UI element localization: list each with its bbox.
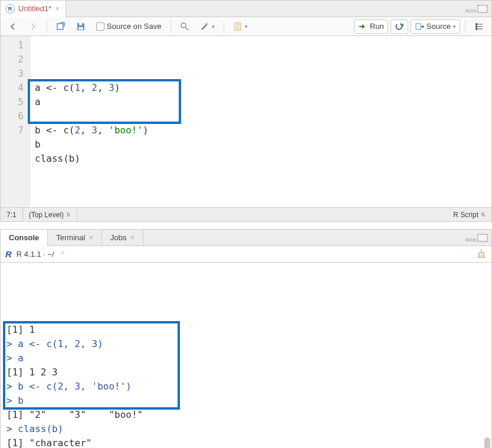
minimize-icon[interactable] <box>465 234 476 241</box>
maximize-icon[interactable] <box>477 234 488 242</box>
tab-jobs[interactable]: Jobs× <box>102 230 143 246</box>
tab-label: Jobs <box>110 233 126 242</box>
line-number: 2 <box>4 53 24 67</box>
editor-tab[interactable]: R Untitled1* × <box>1 1 66 17</box>
console-tabbar: ConsoleTerminal×Jobs× <box>1 230 491 246</box>
code-line[interactable]: b <- c(2, 3, 'boo!') <box>35 123 487 138</box>
close-icon[interactable]: × <box>88 233 93 242</box>
editor-statusbar: 7:1 (Top Level) ⇅ R Script ⇅ <box>1 207 491 221</box>
svg-rect-9 <box>478 234 487 241</box>
forward-button[interactable] <box>24 19 42 34</box>
line-number: 6 <box>4 109 24 123</box>
line-number: 4 <box>4 81 24 95</box>
console-output[interactable]: [1] 1> a <- c(1, 2, 3)> a[1] 1 2 3> b <-… <box>1 263 491 448</box>
code-line[interactable] <box>35 166 487 180</box>
scrollbar[interactable] <box>484 266 490 448</box>
console-line: [1] "character" <box>6 436 486 448</box>
run-button[interactable]: Run <box>354 19 388 34</box>
console-line: > b <box>6 394 486 408</box>
tab-label: Console <box>9 233 39 242</box>
save-button[interactable] <box>72 19 90 34</box>
run-icon <box>358 22 368 31</box>
console-line: > a <- c(1, 2, 3) <box>6 337 486 351</box>
console-header: R R 4.1.1 · ~/ <box>1 246 491 263</box>
tab-label: Terminal <box>56 233 85 242</box>
console-line: [1] "2" "3" "boo!" <box>6 408 486 422</box>
editor-toolbar: Source on Save ▾ ▾ Run Source ▾ <box>1 17 491 36</box>
window-controls <box>465 234 491 242</box>
console-line: [1] 1 2 3 <box>6 365 486 380</box>
svg-rect-2 <box>57 24 63 30</box>
code-line[interactable] <box>35 109 487 123</box>
source-on-save-label: Source on Save <box>107 22 162 31</box>
wand-button[interactable]: ▾ <box>196 19 219 34</box>
outline-button[interactable] <box>470 19 488 34</box>
svg-rect-8 <box>466 239 475 241</box>
maximize-icon[interactable] <box>477 5 488 13</box>
tab-console[interactable]: Console <box>1 230 48 246</box>
console-line: [1] 1 <box>6 323 486 337</box>
window-controls <box>465 5 491 13</box>
notebook-button[interactable]: ▾ <box>229 19 252 34</box>
editor-pane: R Untitled1* × Source on Save ▾ ▾ Run <box>0 0 492 222</box>
find-button[interactable] <box>176 19 193 34</box>
svg-point-5 <box>181 23 186 28</box>
run-label: Run <box>370 22 384 31</box>
svg-rect-4 <box>79 23 82 25</box>
console-line: > b <- c(2, 3, 'boo!') <box>6 380 486 394</box>
cursor-position: 7:1 <box>1 208 23 221</box>
source-button[interactable]: Source ▾ <box>411 19 460 34</box>
line-number: 7 <box>4 123 24 138</box>
rerun-icon <box>395 22 404 31</box>
svg-rect-7 <box>416 24 421 30</box>
show-in-window-button[interactable] <box>52 19 70 34</box>
close-icon[interactable]: × <box>130 233 135 242</box>
back-button[interactable] <box>4 19 22 34</box>
source-label: Source <box>427 22 451 31</box>
scrollbar-thumb[interactable] <box>484 437 490 448</box>
line-gutter: 1234567 <box>1 36 30 207</box>
code-line[interactable]: class(b) <box>35 152 487 166</box>
r-file-icon: R <box>5 4 15 14</box>
tab-title: Untitled1* <box>18 4 51 13</box>
r-version-label: R 4.1.1 · ~/ <box>17 250 54 259</box>
rerun-button[interactable] <box>391 19 408 34</box>
clear-console-button[interactable] <box>476 248 487 260</box>
r-logo-icon: R <box>5 249 12 259</box>
minimize-icon[interactable] <box>465 5 476 12</box>
console-pane: ConsoleTerminal×Jobs× R R 4.1.1 · ~/ [1]… <box>0 229 492 448</box>
console-line: > class(b) <box>6 422 486 436</box>
checkbox-icon[interactable] <box>96 22 104 31</box>
scope-selector[interactable]: (Top Level) ⇅ <box>23 208 77 221</box>
line-number: 1 <box>4 38 24 53</box>
console-line: > a <box>6 351 486 365</box>
svg-rect-1 <box>478 5 487 12</box>
code-line[interactable]: b <box>35 138 487 152</box>
close-icon[interactable]: × <box>55 4 60 13</box>
source-icon <box>415 22 424 31</box>
line-number: 3 <box>4 67 24 81</box>
code-editor[interactable]: 1234567 a <- c(1, 2, 3)a b <- c(2, 3, 'b… <box>1 36 491 207</box>
code-line[interactable]: a <box>35 95 487 109</box>
svg-rect-0 <box>466 10 475 12</box>
popout-icon[interactable] <box>59 250 67 259</box>
editor-tabbar: R Untitled1* × <box>1 1 491 17</box>
code-area[interactable]: a <- c(1, 2, 3)a b <- c(2, 3, 'boo!')bcl… <box>30 36 491 207</box>
tab-terminal[interactable]: Terminal× <box>48 230 102 246</box>
source-on-save-toggle[interactable]: Source on Save <box>92 19 166 34</box>
line-number: 5 <box>4 95 24 109</box>
code-line[interactable]: a <- c(1, 2, 3) <box>35 81 487 95</box>
file-type-selector[interactable]: R Script ⇅ <box>447 208 491 221</box>
chevron-down-icon[interactable]: ▾ <box>453 24 456 30</box>
svg-rect-3 <box>78 27 83 30</box>
